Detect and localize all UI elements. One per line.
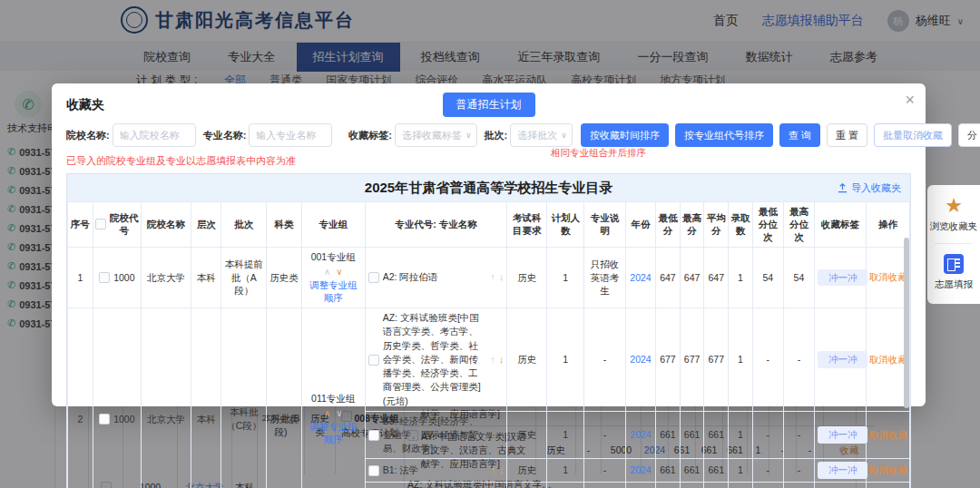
tag-cell: 冲一冲: [814, 411, 866, 459]
favorites-table: 序号 院校代号 院校名称 层次 批次 科类 专业组 专业代号: 专业名称 考试科…: [67, 201, 910, 488]
table-scrollbar[interactable]: [904, 238, 909, 408]
row-checkbox[interactable]: [99, 272, 110, 283]
select-all-checkbox[interactable]: [95, 219, 106, 229]
row-checkbox[interactable]: [368, 355, 379, 366]
move-up-icon[interactable]: ↑: [490, 270, 495, 284]
col-college-code: 院校代号: [93, 202, 141, 248]
year-link[interactable]: 2024: [630, 272, 651, 283]
cancel-favorite-link[interactable]: 取消收藏: [869, 271, 907, 284]
move-down-icon[interactable]: ↓: [499, 428, 505, 442]
move-group-down-icon[interactable]: ∨: [336, 267, 342, 277]
cancel-favorite-link[interactable]: 取消收藏: [869, 354, 907, 366]
col-admitted-count: 录取数: [729, 202, 753, 248]
status-badge[interactable]: 冲一冲: [818, 426, 868, 444]
sort-by-favorite-time-button[interactable]: 按收藏时间排序: [581, 123, 669, 147]
batch-label: 批次:: [485, 129, 508, 142]
move-group-down-icon[interactable]: ∨: [336, 408, 342, 418]
max-score-cell: 661: [680, 459, 704, 483]
favorite-tag-select[interactable]: 选择收藏标签 ∨: [395, 123, 477, 147]
floating-tools-panel: ★ 浏览收藏夹 志愿填报: [927, 185, 980, 304]
year-link[interactable]: 2024: [630, 354, 651, 365]
year-cell: 2024: [625, 483, 655, 488]
move-group-up-icon[interactable]: ∧: [324, 408, 330, 418]
close-icon[interactable]: ×: [905, 92, 915, 108]
seq-cell: 1: [68, 247, 93, 308]
favorites-table-container: 2025年甘肃省普通高等学校招生专业目录 导入收藏夹 序号 院校代号 院校名称 …: [66, 173, 911, 488]
plan-cell: 1: [547, 247, 584, 308]
min-score-cell: 661: [656, 483, 681, 488]
college-name-label: 院校名称:: [66, 129, 110, 142]
exam-cell: 历史: [507, 411, 547, 459]
year-link[interactable]: 2024: [630, 464, 651, 475]
col-seq: 序号: [68, 202, 93, 248]
note-cell: -: [583, 411, 625, 459]
college-code-cell: 1000: [93, 247, 141, 308]
note-cell: 只招收英语考生: [583, 247, 625, 308]
browse-favorites-button[interactable]: 浏览收藏夹: [930, 220, 978, 233]
search-button[interactable]: 查 询: [779, 123, 820, 147]
row-checkbox[interactable]: [99, 414, 110, 425]
year-cell: 2024: [625, 411, 655, 459]
adjust-group-order-link[interactable]: 调整专业组顺序: [305, 421, 362, 446]
col-major-name: 专业代号: 专业名称: [365, 202, 507, 248]
avg-score-cell: 661: [704, 459, 729, 483]
move-down-icon[interactable]: ↓: [499, 464, 505, 477]
action-cell: 取消收藏: [867, 411, 910, 459]
sort-by-group-code-button[interactable]: 按专业组代号排序: [675, 123, 773, 147]
college-name-cell: 北京大学: [142, 308, 191, 488]
reset-button[interactable]: 重 置: [827, 123, 867, 147]
avg-score-cell: 677: [704, 308, 729, 412]
move-up-icon[interactable]: ↑: [490, 353, 495, 366]
col-min-rank: 最低分位次: [752, 202, 783, 248]
star-icon: ★: [945, 196, 963, 216]
move-up-icon[interactable]: ↑: [490, 428, 495, 442]
max-rank-cell: 54: [783, 247, 814, 308]
adjust-group-order-link[interactable]: 调整专业组顺序: [305, 279, 362, 305]
tag-cell: 稳一稳: [814, 483, 866, 488]
move-down-icon[interactable]: ↓: [499, 353, 505, 366]
row-checkbox[interactable]: [368, 465, 379, 476]
col-college-name: 院校名称: [142, 202, 191, 248]
exam-cell: 历史: [507, 459, 547, 483]
cancel-favorite-link[interactable]: 取消收藏: [869, 429, 907, 442]
max-rank-cell: -: [783, 411, 814, 459]
status-badge[interactable]: 冲一冲: [818, 269, 868, 287]
modal-filter-row: 院校名称: 专业名称: 收藏标签: 选择收藏标签 ∨ 批次: 选择批次 ∨ 按收…: [66, 123, 911, 147]
application-fill-button[interactable]: 志愿填报: [935, 278, 973, 291]
min-rank-cell: 54: [752, 247, 783, 308]
max-rank-cell: -: [783, 308, 814, 412]
min-rank-cell: -: [752, 459, 783, 483]
status-badge[interactable]: 冲一冲: [818, 462, 868, 479]
min-score-cell: 661: [656, 411, 681, 459]
favorites-modal: 收藏夹 普通招生计划 × 院校名称: 专业名称: 收藏标签: 选择收藏标签 ∨ …: [52, 83, 926, 406]
plan-cell: 1: [547, 459, 584, 483]
cancel-favorite-link[interactable]: 取消收藏: [869, 464, 907, 477]
year-link[interactable]: 2024: [630, 429, 651, 440]
level-cell: 本科: [191, 247, 221, 308]
major-name-cell: B2: 历史学类[历史学(中国史)、世界史、外国语言与外国历史] ↑ ↓: [365, 483, 507, 488]
min-score-cell: 677: [656, 308, 681, 412]
move-down-icon[interactable]: ↓: [499, 270, 505, 284]
category-cell: 历史类: [267, 308, 302, 488]
status-badge[interactable]: 冲一冲: [818, 351, 868, 368]
row-checkbox[interactable]: [368, 430, 379, 441]
major-name-input[interactable]: [249, 123, 332, 147]
table-header-row: 序号 院校代号 院校名称 层次 批次 科类 专业组 专业代号: 专业名称 考试科…: [68, 202, 910, 248]
note-cell: -: [583, 308, 625, 412]
regular-enrollment-plan-button[interactable]: 普通招生计划: [443, 93, 535, 117]
move-up-icon[interactable]: ↑: [490, 464, 495, 477]
major-name-cell: AZ: 文科试验班类[中国语言文学类、考古学、历史学类、哲学类、社会学类、法学、…: [365, 308, 507, 412]
max-score-cell: 677: [680, 308, 704, 412]
sort-note: 相同专业组合并后排序: [551, 147, 646, 160]
share-button[interactable]: 分 享: [958, 123, 980, 147]
college-name-input[interactable]: [113, 123, 196, 147]
table-title-bar: 2025年甘肃省普通高等学校招生专业目录 导入收藏夹: [67, 174, 910, 201]
batch-cell: 本科提前批（A段）: [221, 247, 267, 308]
batch-select[interactable]: 选择批次 ∨: [510, 123, 573, 147]
row-checkbox[interactable]: [368, 272, 379, 283]
upload-icon: [838, 183, 848, 193]
move-group-up-icon[interactable]: ∧: [324, 267, 330, 277]
batch-cancel-favorite-button[interactable]: 批量取消收藏: [874, 123, 952, 147]
col-max-score: 最高分: [680, 202, 704, 248]
import-favorites-button[interactable]: 导入收藏夹: [838, 174, 901, 201]
